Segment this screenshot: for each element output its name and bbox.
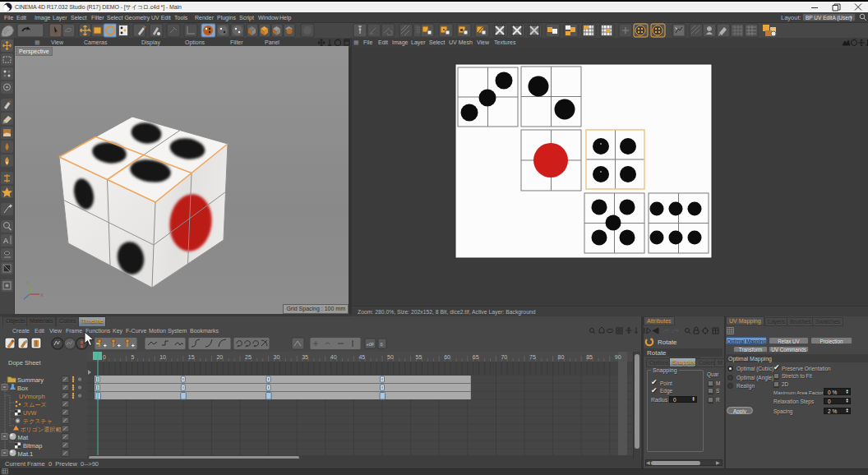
svg-text:ポリゴン選択範囲: ポリゴン選択範囲: [21, 426, 67, 433]
svg-text:UVmorph: UVmorph: [19, 393, 45, 400]
svg-text:75: 75: [529, 354, 536, 360]
svg-text:スムーズ: スムーズ: [23, 402, 47, 408]
svg-text:A: A: [3, 237, 8, 245]
svg-text:UVW: UVW: [23, 410, 37, 416]
svg-text:70: 70: [501, 354, 507, 360]
svg-text:Bitmap: Bitmap: [23, 442, 42, 450]
svg-text:Box: Box: [17, 385, 28, 392]
svg-text:85: 85: [586, 354, 593, 360]
svg-text:5: 5: [132, 354, 135, 360]
svg-text:0: 0: [381, 342, 383, 347]
svg-text:80: 80: [558, 354, 565, 360]
svg-text:60: 60: [444, 354, 450, 360]
svg-text:テクスチャ: テクスチャ: [23, 418, 53, 424]
svg-text:15: 15: [188, 354, 195, 360]
svg-text:Summary: Summary: [17, 376, 44, 384]
svg-text:+0F: +0F: [367, 342, 375, 347]
svg-text:30: 30: [274, 354, 280, 360]
svg-text:55: 55: [416, 354, 422, 360]
svg-text:65: 65: [473, 354, 479, 360]
svg-text:20: 20: [216, 354, 223, 360]
svg-text:Y: Y: [26, 280, 30, 285]
svg-text:35: 35: [302, 354, 308, 360]
svg-text:40: 40: [330, 354, 337, 360]
svg-text:10: 10: [159, 354, 166, 360]
svg-text:90: 90: [615, 354, 621, 360]
svg-text:Mat.1: Mat.1: [18, 450, 34, 458]
svg-text:X: X: [40, 293, 44, 297]
svg-text:25: 25: [245, 354, 252, 360]
svg-text:0: 0: [103, 354, 106, 360]
svg-text:45: 45: [358, 354, 365, 360]
svg-text:50: 50: [387, 354, 394, 360]
svg-text:Mat: Mat: [18, 434, 29, 441]
